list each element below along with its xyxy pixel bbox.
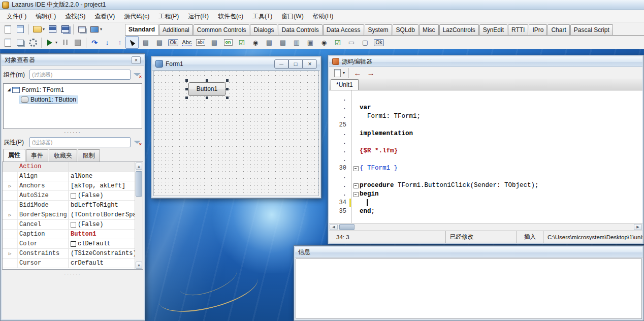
property-row-cursor[interactable]: CursorcrDefault (3, 259, 135, 268)
horizontal-scrollbar[interactable] (329, 223, 642, 231)
app-titlebar[interactable]: Lazarus IDE 中文版2.2.0 - project1 (0, 0, 644, 10)
new-form-button[interactable] (14, 23, 26, 36)
tcombobox-icon[interactable]: ▤ (276, 36, 289, 49)
code-line-6[interactable]: .{$R *.lfm} (329, 147, 642, 155)
maximize-icon[interactable] (288, 59, 303, 69)
palette-tab-standard[interactable]: Standard (125, 24, 158, 35)
tree-expander-icon[interactable] (6, 87, 12, 92)
palette-tab-additional[interactable]: Additional (159, 24, 193, 35)
tree-item-0[interactable]: Form1: TForm1 (4, 85, 142, 94)
code-line-12[interactable]: 34 (329, 199, 642, 207)
menu-item-3[interactable]: 查看(V) (90, 10, 119, 22)
build-mode-button[interactable] (27, 37, 39, 49)
palette-tab-misc[interactable]: Misc (419, 24, 439, 35)
scroll-up-icon[interactable] (136, 163, 142, 170)
code-line-5[interactable]: . (329, 138, 642, 147)
checkbox-icon[interactable] (71, 222, 76, 228)
resize-handle[interactable] (185, 97, 188, 99)
step-into-button[interactable] (101, 37, 113, 49)
property-row-constraints[interactable]: Constraints(TSizeConstraints) (3, 249, 135, 259)
code-line-8[interactable]: 30{ TForm1 } (329, 164, 642, 173)
menu-item-1[interactable]: 编辑(E) (31, 10, 60, 22)
code-line-10[interactable]: .procedure TForm1.Button1Click(Sender: T… (329, 181, 642, 190)
tcheckbox-icon[interactable]: ☑ (235, 36, 248, 49)
property-row-borderspacing[interactable]: BorderSpacing(TControlBorderSpacing) (3, 210, 135, 220)
palette-tab-pascal-script[interactable]: Pascal Script (570, 24, 613, 35)
tscrollbar-icon[interactable]: ▥ (290, 36, 303, 49)
stop-button[interactable] (72, 37, 84, 49)
step-over-button[interactable] (88, 37, 101, 49)
tmemo-icon[interactable]: ▤ (208, 36, 221, 49)
resize-handle[interactable] (206, 79, 208, 82)
menu-item-4[interactable]: 源代码(c) (119, 10, 154, 22)
property-grid-scrollbar[interactable] (135, 162, 143, 269)
inspector-tab-限制[interactable]: 限制 (78, 149, 100, 162)
tlabel-icon[interactable]: Abc (180, 36, 194, 49)
property-row-bidimode[interactable]: BidiModebdLeftToRight (3, 201, 135, 210)
code-line-7[interactable]: . (329, 155, 642, 164)
resize-handle[interactable] (226, 79, 229, 82)
tpanel-icon[interactable]: ▭ (345, 36, 358, 49)
property-row-color[interactable]: ColorclDefault (3, 239, 135, 249)
scroll-down-icon[interactable] (136, 262, 142, 269)
close-icon[interactable] (132, 56, 141, 64)
view-windows-button[interactable] (88, 23, 103, 36)
tradiobutton-icon[interactable]: ◉ (249, 36, 262, 49)
tedit-icon[interactable]: abI (194, 36, 207, 49)
menu-item-2[interactable]: 查找(S) (60, 10, 90, 22)
expand-icon[interactable] (3, 181, 18, 190)
resize-handle[interactable] (226, 88, 229, 90)
new-unit-button[interactable] (2, 23, 14, 36)
inspector-tab-事件[interactable]: 事件 (26, 149, 48, 162)
code-line-4[interactable]: .implementation (329, 130, 642, 138)
tbutton-icon[interactable]: Ok (167, 36, 180, 49)
resize-handle[interactable] (226, 97, 229, 99)
tcheckgroup-icon[interactable]: ☑ (331, 36, 344, 49)
fold-icon[interactable] (352, 190, 360, 199)
scroll-right-icon[interactable] (634, 224, 642, 230)
filter-icon[interactable] (132, 70, 142, 79)
tpopupmenu-icon[interactable]: ▤ (153, 36, 166, 49)
toggle-form-unit-button[interactable] (76, 23, 88, 36)
resize-handle[interactable] (185, 88, 188, 90)
menu-item-6[interactable]: 运行(R) (183, 10, 213, 22)
palette-tab-system[interactable]: System (365, 24, 392, 35)
save-all-button[interactable] (59, 23, 71, 36)
palette-tab-ipro[interactable]: IPro (529, 24, 547, 35)
palette-tab-chart[interactable]: Chart (548, 24, 569, 35)
code-jump-button[interactable] (331, 67, 346, 79)
code-line-13[interactable]: 35end; (329, 207, 642, 216)
save-button[interactable] (46, 23, 58, 36)
code-line-0[interactable]: . (329, 95, 642, 104)
code-line-3[interactable]: 25 (329, 121, 642, 130)
property-row-anchors[interactable]: Anchors[akTop, akLeft] (3, 181, 135, 191)
property-row-cancel[interactable]: Cancel(False) (3, 220, 135, 230)
palette-tab-dialogs[interactable]: Dialogs (250, 24, 277, 35)
object-inspector-titlebar[interactable]: 对象查看器 (2, 55, 144, 66)
scroll-left-icon[interactable] (330, 224, 338, 230)
designed-button1[interactable]: Button1 (188, 82, 226, 96)
fold-icon[interactable] (352, 164, 360, 173)
run-button[interactable] (44, 37, 58, 49)
open-button[interactable] (31, 23, 46, 36)
menu-item-10[interactable]: 帮助(H) (308, 10, 338, 22)
messages-body[interactable] (296, 259, 642, 319)
menu-item-8[interactable]: 工具(T) (248, 10, 277, 22)
property-row-caption[interactable]: CaptionButton1 (3, 230, 135, 239)
menu-item-0[interactable]: 文件(F) (2, 10, 31, 22)
tmainmenu-icon[interactable]: ▤ (139, 36, 152, 49)
close-icon[interactable] (303, 59, 317, 69)
menu-item-7[interactable]: 软件包(c) (213, 10, 248, 22)
minimize-icon[interactable] (274, 59, 288, 69)
messages-titlebar[interactable]: 信息 (295, 247, 642, 258)
fold-icon[interactable] (352, 181, 360, 190)
properties-filter-input[interactable] (29, 137, 131, 147)
scrollbar-thumb[interactable] (339, 224, 355, 230)
pause-button[interactable] (59, 37, 71, 49)
property-row-align[interactable]: AlignalNone (3, 172, 135, 181)
code-line-2[interactable]: . Form1: TForm1; (329, 112, 642, 121)
select-pointer-icon[interactable] (125, 36, 139, 49)
code-line-11[interactable]: .begin (329, 190, 642, 199)
palette-tab-rtti[interactable]: RTTI (508, 24, 528, 35)
code-line-9[interactable]: . (329, 173, 642, 181)
